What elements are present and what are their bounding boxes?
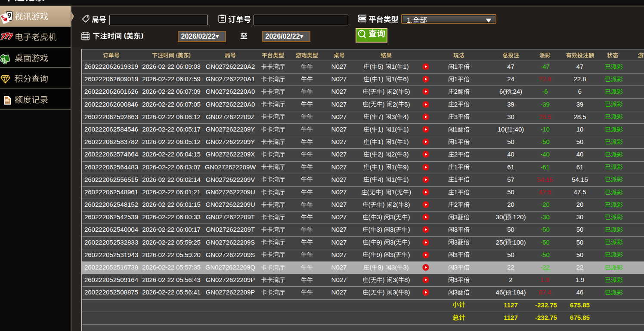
svg-text:0: 0 [4,61,6,64]
